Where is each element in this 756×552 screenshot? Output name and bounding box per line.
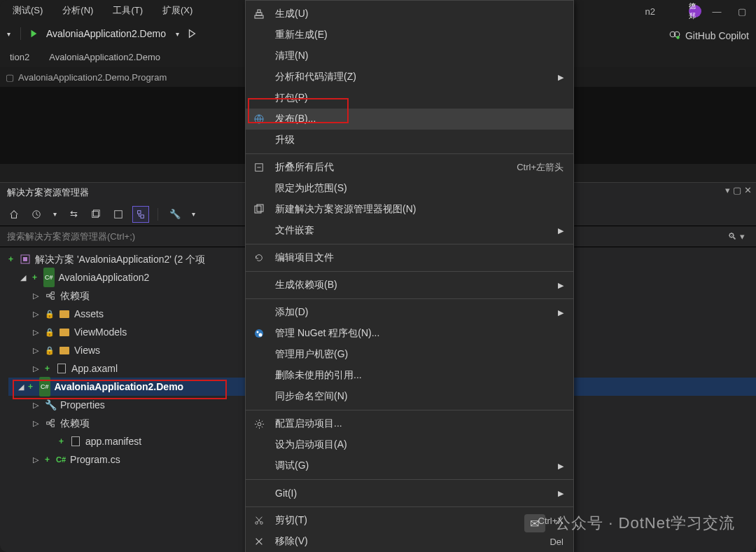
class-view-icon[interactable] xyxy=(132,206,149,223)
context-menu-item[interactable]: 折叠所有后代Ctrl+左箭头 xyxy=(246,157,573,178)
folder-icon xyxy=(59,326,70,338)
context-menu-item[interactable]: 配置启动项目... xyxy=(246,413,573,434)
sync-icon[interactable]: ⇆ xyxy=(65,206,82,223)
context-menu-item[interactable]: 生成依赖项(B)▶ xyxy=(246,275,573,296)
dependencies-icon xyxy=(45,290,56,301)
chevron-right-icon[interactable]: ▷ xyxy=(31,305,41,323)
context-menu-item[interactable]: 重新生成(E) xyxy=(246,25,573,46)
menu-extensions[interactable]: 扩展(X) xyxy=(155,1,200,20)
dropdown-arrow-icon[interactable]: ▾ xyxy=(173,30,182,38)
minimize-button[interactable]: — xyxy=(707,1,727,21)
chevron-right-icon[interactable]: ▷ xyxy=(31,341,41,359)
context-menu-item[interactable]: 发布(B)... xyxy=(246,109,573,130)
run-target[interactable]: AvaloniaApplication2.Demo xyxy=(43,27,169,41)
menu-item-label: 限定为此范围(S) xyxy=(275,182,564,195)
menu-separator xyxy=(246,479,573,480)
submenu-arrow-icon: ▶ xyxy=(558,462,564,471)
chevron-right-icon[interactable]: ▷ xyxy=(31,287,41,305)
menu-item-label: Git(I) xyxy=(275,488,548,499)
git-plus-icon: + xyxy=(32,268,39,287)
chevron-right-icon[interactable]: ▷ xyxy=(31,396,41,414)
context-menu-item[interactable]: 限定为此范围(S) xyxy=(246,178,573,199)
context-menu-item[interactable]: 同步命名空间(N) xyxy=(246,386,573,407)
menu-item-label: 管理用户机密(G) xyxy=(275,348,564,361)
home-icon[interactable] xyxy=(6,206,22,223)
editor-tab[interactable]: tion2 xyxy=(0,48,39,67)
submenu-arrow-icon: ▶ xyxy=(558,226,564,235)
github-copilot-button[interactable]: GitHub Copilot xyxy=(668,28,749,43)
context-menu-item[interactable]: 清理(N) xyxy=(246,46,573,67)
svg-rect-16 xyxy=(52,425,55,427)
context-menu-item[interactable]: Git(I)▶ xyxy=(246,483,573,504)
user-avatar-icon[interactable]: 德郑 xyxy=(689,5,701,18)
search-icon[interactable]: 🔍︎ ▾ xyxy=(728,231,749,242)
close-icon[interactable]: ✕ xyxy=(744,185,752,195)
editor-tab[interactable]: AvaloniaApplication2.Demo xyxy=(39,48,170,67)
dropdown-arrow-icon[interactable]: ▾ xyxy=(189,210,198,218)
maximize-icon[interactable]: ▢ xyxy=(733,185,741,195)
show-all-icon[interactable] xyxy=(110,206,127,223)
menu-item-label: 配置启动项目... xyxy=(275,418,564,430)
chevron-right-icon[interactable]: ▷ xyxy=(31,414,41,432)
menu-item-label: 清理(N) xyxy=(275,50,564,62)
context-menu-item[interactable]: 打包(P) xyxy=(246,88,573,109)
git-plus-icon: + xyxy=(45,450,52,469)
play-icon[interactable] xyxy=(28,28,39,39)
context-menu-item[interactable]: 剪切(T)Ctrl+X xyxy=(246,510,573,531)
menu-test[interactable]: 测试(S) xyxy=(6,1,50,20)
solution-label: 解决方案 'AvaloniaApplication2' (2 个项 xyxy=(35,250,205,268)
svg-rect-8 xyxy=(141,214,144,217)
lock-icon: 🔒 xyxy=(45,305,55,323)
chevron-right-icon[interactable]: ▷ xyxy=(31,359,41,378)
context-menu-item[interactable]: 生成(U) xyxy=(246,4,573,25)
context-menu-item[interactable]: 新建解决方案资源管理器视图(N) xyxy=(246,199,573,220)
menu-item-label: 调试(G) xyxy=(275,460,548,472)
play-outline-icon[interactable] xyxy=(186,28,197,39)
menu-item-label: 生成依赖项(B) xyxy=(275,279,548,291)
breadcrumb-text: AvaloniaApplication2.Demo.Program xyxy=(18,72,167,83)
svg-rect-7 xyxy=(138,210,141,213)
context-menu-item[interactable]: 设为启动项目(A) xyxy=(246,434,573,455)
menu-item-label: 剪切(T) xyxy=(275,514,470,527)
context-menu-item[interactable]: 移除(V)Del xyxy=(246,531,573,552)
menu-separator xyxy=(246,298,573,299)
dropdown-arrow-icon[interactable]: ▾ xyxy=(725,185,730,195)
gear-icon xyxy=(253,418,265,430)
blank-icon xyxy=(253,71,265,83)
svg-point-24 xyxy=(255,329,263,338)
context-menu-item[interactable]: 升级 xyxy=(246,130,573,151)
search-placeholder: 搜索解决方案资源管理器(Ctrl+;) xyxy=(7,230,135,243)
chevron-down-icon[interactable]: ◢ xyxy=(18,378,24,396)
context-menu-item[interactable]: 添加(D)▶ xyxy=(246,302,573,323)
menu-tools[interactable]: 工具(T) xyxy=(106,1,150,20)
context-menu-item[interactable]: 删除未使用的引用... xyxy=(246,365,573,386)
history-icon[interactable] xyxy=(28,206,45,223)
dropdown-arrow-icon[interactable]: ▾ xyxy=(50,210,59,218)
maximize-button[interactable]: ▢ xyxy=(732,1,752,21)
save-all-icon[interactable] xyxy=(88,206,104,223)
submenu-arrow-icon: ▶ xyxy=(558,489,564,498)
chevron-down-icon[interactable]: ◢ xyxy=(18,268,28,287)
context-menu-item[interactable]: 管理用户机密(G) xyxy=(246,344,573,365)
wrench-icon[interactable]: 🔧 xyxy=(167,206,183,223)
nuget-icon xyxy=(253,327,265,340)
menu-separator xyxy=(246,506,573,507)
context-menu-item[interactable]: 管理 NuGet 程序包(N)... xyxy=(246,323,573,344)
project-label: AvaloniaApplication2 xyxy=(59,268,150,287)
chevron-right-icon[interactable]: ▷ xyxy=(31,450,41,469)
delete-icon xyxy=(253,535,265,548)
chevron-right-icon[interactable]: ▷ xyxy=(31,323,41,341)
menu-item-shortcut: Ctrl+X xyxy=(479,516,564,526)
blank-icon xyxy=(253,460,265,472)
submenu-arrow-icon: ▶ xyxy=(558,73,564,82)
dropdown-arrow-icon[interactable]: ▾ xyxy=(4,30,13,38)
blank-icon xyxy=(253,182,265,195)
context-menu-item[interactable]: 文件嵌套▶ xyxy=(246,220,573,241)
menu-item-shortcut: Ctrl+左箭头 xyxy=(479,161,564,174)
menu-analyze[interactable]: 分析(N) xyxy=(55,1,100,20)
context-menu-item[interactable]: 编辑项目文件 xyxy=(246,247,573,268)
git-plus-icon: + xyxy=(59,432,66,450)
svg-rect-14 xyxy=(47,422,50,425)
context-menu-item[interactable]: 分析和代码清理(Z)▶ xyxy=(246,67,573,88)
context-menu-item[interactable]: 调试(G)▶ xyxy=(246,455,573,476)
